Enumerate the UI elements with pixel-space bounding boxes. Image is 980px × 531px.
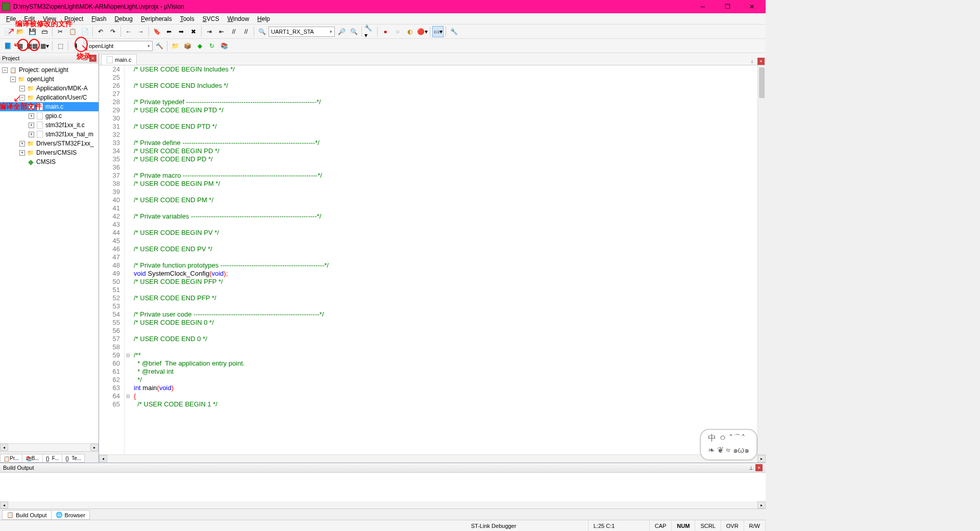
panel-close-button[interactable]: × (89, 55, 96, 62)
bookmark-clear-button[interactable]: ✖ (188, 26, 199, 37)
nav-back-button[interactable]: ← (123, 26, 134, 37)
bookmark-next-button[interactable]: ➡ (176, 26, 187, 37)
breakpoint-button[interactable]: ● (380, 26, 391, 37)
fold-column[interactable]: ⊟⊟ (125, 65, 132, 454)
save-all-button[interactable]: 🗃 (39, 26, 50, 37)
find-combo[interactable]: UART1_RX_STA ▾ (268, 27, 335, 37)
find-in-files-button[interactable]: 🔍 (256, 26, 267, 37)
status-debugger: ST-Link Debugger (466, 520, 589, 531)
menu-project[interactable]: Project (60, 14, 87, 23)
manage-project-button[interactable]: 📁 (169, 40, 181, 52)
editor-vscroll[interactable] (757, 65, 766, 454)
project-panel: Project ⟂ × −📋Project: openLight−📁openLi… (0, 53, 99, 463)
nav-fwd-button[interactable]: → (135, 26, 146, 37)
project-tree[interactable]: −📋Project: openLight−📁openLight−📁Applica… (0, 63, 99, 443)
menu-view[interactable]: View (39, 14, 60, 23)
code-editor[interactable]: 2425262728293031323334353637383940414243… (99, 65, 766, 454)
outdent-button[interactable]: ⇤ (216, 26, 227, 37)
output-tab-1[interactable]: 🌐Browser (51, 510, 90, 520)
close-button[interactable]: ✕ (740, 1, 764, 13)
breakpoint-all-button[interactable]: 🔴▾ (416, 26, 428, 37)
menu-file[interactable]: File (2, 14, 20, 23)
output-tab-0[interactable]: 📋Build Output (2, 510, 52, 520)
bookmark-prev-button[interactable]: ⬅ (163, 26, 175, 37)
build-output-pin[interactable]: ⟂ (747, 464, 754, 471)
editor-pin-button[interactable]: ⟂ (748, 58, 755, 65)
tree-scroll-left[interactable]: ◂ (0, 444, 8, 451)
window-layout-button[interactable]: ▭▾ (432, 26, 444, 37)
save-button[interactable]: 💾 (27, 26, 38, 37)
menu-tools[interactable]: Tools (176, 14, 199, 23)
stop-build-button[interactable]: ⬚ (55, 40, 66, 52)
download-button[interactable]: ⬇ (70, 40, 82, 52)
tree-project-root[interactable]: −📋Project: openLight (0, 65, 99, 75)
tree-group-3[interactable]: +📁Drivers/CMSIS (0, 148, 99, 157)
target-combo[interactable]: openLight ▾ (86, 41, 153, 51)
tree-target[interactable]: −📁openLight (0, 75, 99, 84)
redo-button[interactable]: ↷ (107, 26, 118, 37)
build-output-close[interactable]: × (755, 464, 763, 471)
undo-button[interactable]: ↶ (95, 26, 106, 37)
tree-file-gpioc[interactable]: +gpio.c (0, 111, 99, 120)
tree-scroll-right[interactable]: ▸ (90, 444, 99, 451)
tree-file-mainc[interactable]: +main.c (0, 102, 99, 111)
tree-group-0[interactable]: −📁Application/MDK-A (0, 84, 99, 93)
status-rw: R/W (744, 520, 766, 531)
minimize-button[interactable]: ─ (691, 1, 715, 13)
tree-file-stm32f1xx_itc[interactable]: +stm32f1xx_it.c (0, 120, 99, 130)
code-content[interactable]: /* USER CODE BEGIN Includes *//* USER CO… (132, 65, 757, 454)
editor-hscroll[interactable]: ◂▸ (99, 454, 766, 463)
uncomment-button[interactable]: // (240, 26, 252, 37)
tree-group-2[interactable]: +📁Drivers/STM32F1xx_ (0, 139, 99, 148)
menu-peripherals[interactable]: Peripherals (137, 14, 176, 23)
toolbar-main: 编译被修改的文件 ↗ 📄 📂 💾 🗃 ✂ 📋 📄 ↶ ↷ ← → 🔖 ⬅ ➡ ✖… (0, 25, 766, 39)
project-tab-3[interactable]: {}Te... (62, 454, 85, 463)
tree-group-1[interactable]: −📁Application/User/C (0, 93, 99, 102)
build-button[interactable]: ▦ (14, 40, 26, 52)
editor-tab-label: main.c (115, 57, 131, 63)
find-button[interactable]: 🔎 (336, 26, 347, 37)
tree-cmsis[interactable]: ◆CMSIS (0, 157, 99, 166)
menu-bar: FileEditViewProjectFlashDebugPeripherals… (0, 13, 766, 25)
pack-installer-button[interactable]: ↻ (206, 40, 217, 52)
menu-edit[interactable]: Edit (20, 14, 39, 23)
menu-help[interactable]: Help (253, 14, 274, 23)
incremental-find-button[interactable]: 🔍 (348, 26, 359, 37)
project-tab-0[interactable]: 📋Pr... (0, 454, 22, 463)
status-bar: ST-Link Debugger L:25 C:1 CAP NUM SCRL O… (0, 520, 766, 531)
target-options-button[interactable]: 🔨 (154, 40, 165, 52)
build-output-hscroll[interactable]: ◂▸ (0, 501, 766, 509)
select-packs-button[interactable]: 📦 (182, 40, 193, 52)
ime-widget[interactable]: 中 ㅇ ˄⌒˄❧ ❦ ≈ ๑ω๑ (700, 429, 757, 454)
tree-file-stm32f1xx_hal_m[interactable]: +stm32f1xx_hal_m (0, 130, 99, 139)
translate-button[interactable]: 📘 (2, 40, 13, 52)
paste-button[interactable]: 📄 (79, 26, 90, 37)
manage-rte-button[interactable]: ◆ (194, 40, 205, 52)
maximize-button[interactable]: ❐ (716, 1, 739, 13)
new-file-button[interactable]: 📄 (2, 26, 13, 37)
batch-build-button[interactable]: ▦▾ (39, 40, 50, 52)
breakpoint-kill-button[interactable]: ◐ (404, 26, 415, 37)
project-tab-1[interactable]: 📚B... (22, 454, 43, 463)
menu-flash[interactable]: Flash (87, 14, 110, 23)
menu-debug[interactable]: Debug (111, 14, 137, 23)
panel-pin-button[interactable]: ⟂ (81, 55, 88, 62)
books-button[interactable]: 📚 (218, 40, 230, 52)
rebuild-button[interactable]: ▦▦ (27, 40, 38, 52)
bookmark-button[interactable]: 🔖 (151, 26, 162, 37)
configure-button[interactable]: 🔧 (448, 26, 459, 37)
debug-config-button[interactable]: 🔧▾ (364, 26, 375, 37)
editor-close-button[interactable]: × (757, 58, 765, 65)
open-file-button[interactable]: 📂 (14, 26, 26, 37)
copy-button[interactable]: 📋 (67, 26, 78, 37)
cut-button[interactable]: ✂ (55, 26, 66, 37)
build-output-body[interactable] (0, 473, 766, 501)
indent-button[interactable]: ⇥ (204, 26, 215, 37)
editor-tab-main[interactable]: main.c (101, 54, 137, 65)
menu-window[interactable]: Window (223, 14, 253, 23)
comment-button[interactable]: // (228, 26, 239, 37)
project-tabs: 📋Pr...📚B...{}F...{}Te... (0, 451, 99, 463)
menu-svcs[interactable]: SVCS (199, 14, 224, 23)
project-tab-2[interactable]: {}F... (42, 454, 62, 463)
breakpoint-disable-button[interactable]: ○ (392, 26, 403, 37)
